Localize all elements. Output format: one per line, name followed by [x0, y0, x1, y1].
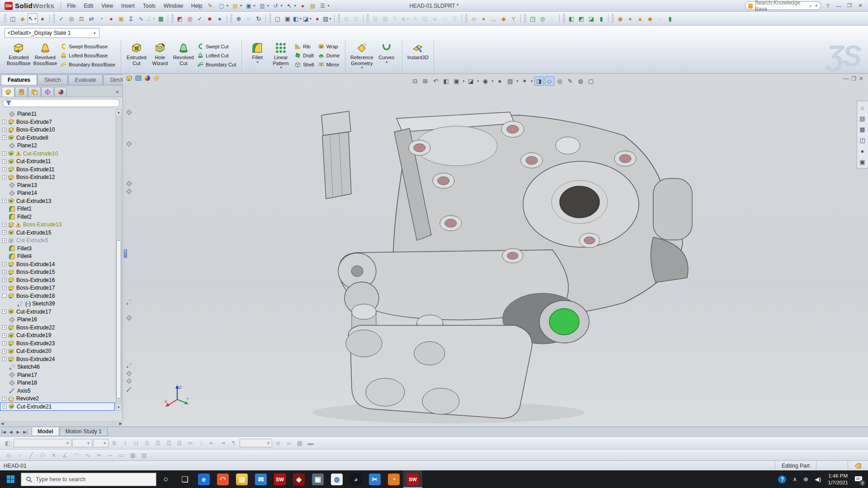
solidworks-resources-icon[interactable]: ⌂ — [857, 102, 868, 113]
zoom-in-out-icon[interactable]: ⊕ — [234, 13, 244, 24]
mold-core-icon[interactable]: ◧ — [566, 13, 576, 24]
surface-revolve-icon[interactable]: ◎ — [538, 13, 547, 24]
chevron-down-icon[interactable]: ▼ — [327, 4, 330, 7]
tree-item-fillet4[interactable]: Fillet4 — [0, 252, 115, 260]
network-globe-icon[interactable]: ⊕ — [800, 470, 811, 488]
verify-icon[interactable]: ✓ — [195, 13, 205, 24]
firefox-icon[interactable]: ◔ — [384, 470, 403, 488]
feature-manager-tab[interactable] — [2, 87, 14, 97]
move-copy-icon[interactable]: ⇄ — [86, 13, 96, 24]
expand-icon[interactable]: + — [2, 151, 6, 155]
display-flyout-icon[interactable] — [135, 75, 142, 82]
instant3d-button[interactable]: Instant3D — [406, 41, 430, 61]
expand-icon[interactable]: + — [2, 325, 6, 329]
tree-item-cutextrude5[interactable]: +Cut-Extrude5 — [0, 236, 115, 244]
undo-icon[interactable]: ↺▼ — [271, 1, 284, 11]
scroll-down-arrow[interactable]: ▼ — [116, 404, 121, 410]
tree-item-axis5[interactable]: Axis5 — [0, 387, 115, 395]
view-orientation-icon[interactable]: ▣ — [452, 76, 461, 86]
first-tab-button[interactable]: |◀ — [0, 430, 7, 434]
mold-tooling-icon[interactable]: ▮ — [596, 13, 606, 24]
expand-icon[interactable]: + — [2, 160, 6, 164]
planar-view-icon[interactable]: ▢ — [586, 76, 596, 86]
chevron-down-icon[interactable]: ▼ — [253, 4, 256, 7]
chevron-down-icon[interactable]: ▼ — [815, 4, 818, 7]
notifications-button[interactable]: 3 — [852, 470, 868, 488]
chevron-down-icon[interactable]: ▼ — [239, 4, 242, 7]
tree-item-bossextrude13[interactable]: +Boss-Extrude13 — [0, 221, 115, 229]
tab-evaluate[interactable]: Evaluate — [68, 75, 103, 85]
model-tab-model[interactable]: Model — [32, 427, 59, 436]
expand-icon[interactable]: + — [2, 310, 6, 314]
draft-button[interactable]: Draft — [292, 51, 316, 60]
taskbar-clock[interactable]: 1:46 PM 1/7/2021 — [824, 473, 852, 486]
previous-view-icon[interactable]: ↶ — [431, 76, 440, 86]
shaded-edges-icon[interactable]: ◧▼ — [292, 13, 302, 24]
cartoon-icon[interactable]: ✎ — [566, 76, 575, 86]
snip-icon[interactable]: ✂ — [365, 470, 384, 488]
menu-file[interactable]: File — [63, 0, 80, 11]
doc-minimize-button[interactable]: — — [843, 75, 849, 82]
zoom-window-icon[interactable]: ◌ — [244, 13, 254, 24]
wireframe-icon[interactable]: ▢ — [273, 13, 283, 24]
select-cursor-icon[interactable]: ↖▼ — [284, 1, 297, 11]
edge-icon[interactable]: e — [194, 470, 213, 488]
tree-item-plane16[interactable]: Plane16 — [0, 315, 115, 324]
chevron-down-icon[interactable]: ▼ — [491, 80, 494, 83]
chevron-down-icon[interactable]: ▼ — [462, 80, 465, 83]
tree-item-bossextrude15[interactable]: +Boss-Extrude15 — [0, 268, 115, 276]
extruded-boss-base-button[interactable]: Extruded Boss/Base — [5, 41, 32, 67]
shell-button[interactable]: Shell — [292, 60, 316, 69]
equations-icon[interactable]: Σ — [126, 13, 136, 24]
chevron-down-icon[interactable]: ▼ — [280, 4, 283, 7]
custom-properties-tag[interactable] — [848, 461, 868, 470]
solidworks-active-icon[interactable]: SW — [403, 470, 422, 488]
swept-cut-button[interactable]: Swept Cut — [195, 42, 238, 51]
design-checker-icon[interactable]: ▣ — [116, 13, 126, 24]
tree-item-fillet3[interactable]: Fillet3 — [0, 244, 115, 253]
design-library-icon[interactable]: ▤ — [857, 113, 868, 124]
help-tray-icon[interactable]: ? — [775, 470, 789, 488]
tree-item-bossextrude10[interactable]: +Boss-Extrude10 — [0, 126, 115, 134]
tree-item-revolve2[interactable]: +Revolve2 — [0, 394, 115, 403]
expand-icon[interactable]: + — [2, 262, 6, 266]
boundary-cut-button[interactable]: Boundary Cut — [195, 60, 238, 69]
close-button[interactable]: ✕ — [856, 2, 864, 9]
model-tab-motion-study-1[interactable]: Motion Study 1 — [60, 427, 108, 436]
expand-icon[interactable]: + — [2, 397, 6, 401]
restore-button[interactable]: ❐ — [845, 2, 854, 9]
doc-close-button[interactable]: ✕ — [859, 75, 863, 82]
layout-icon[interactable]: ◫ — [8, 13, 18, 24]
chevron-down-icon[interactable]: ▼ — [385, 61, 388, 64]
display-state-dropdown[interactable]: <Default>_Display State 1 ▼ — [5, 28, 99, 38]
tree-item-bossextrude16[interactable]: +Boss-Extrude16 — [0, 276, 115, 284]
next-tab-button[interactable]: ▶ — [14, 430, 22, 434]
revolved-cut-button[interactable]: Revolved Cut — [172, 41, 195, 67]
appearance-flyout-icon[interactable] — [144, 75, 151, 82]
appearance-icon[interactable]: ● — [312, 13, 322, 24]
chevron-down-icon[interactable]: ▼ — [329, 17, 332, 20]
chrome-icon[interactable]: ◍ — [327, 470, 346, 488]
tree-item-cutextrude11[interactable]: +Cut-Extrude11 — [0, 157, 115, 165]
tree-item-cutextrude10[interactable]: +Cut-Extrude10 — [0, 150, 115, 158]
volume-icon[interactable]: ◀) — [811, 470, 824, 488]
dimxpert-manager-tab[interactable] — [41, 87, 54, 97]
collapse-icon[interactable]: - — [2, 294, 6, 298]
start-button[interactable] — [0, 470, 21, 488]
tree-scrollbar[interactable]: ▲ ▼ — [116, 109, 122, 411]
trim-extend-icon[interactable]: ▲ — [635, 13, 645, 24]
print-icon[interactable]: ▥▼ — [257, 1, 270, 11]
open-file-icon[interactable]: ▤▼ — [230, 1, 243, 11]
tree-item-cutextrude21[interactable]: +Cut-Extrude21 — [0, 403, 115, 411]
shaded-icon[interactable]: ◪▼ — [302, 13, 312, 24]
scroll-left-arrow[interactable]: ◀ — [1, 422, 4, 426]
view-palette-icon[interactable]: ◫ — [857, 135, 868, 145]
menu-edit[interactable]: Edit — [80, 0, 98, 11]
tree-item-bossextrude23[interactable]: +Boss-Extrude23 — [0, 339, 115, 347]
chevron-down-icon[interactable]: ▼ — [360, 66, 363, 69]
tree-item-bossextrude12[interactable]: +Boss-Extrude12 — [0, 173, 115, 181]
tree-item-bossextrude11[interactable]: +Boss-Extrude11 — [0, 165, 115, 174]
menu-insert[interactable]: Insert — [117, 0, 139, 11]
appearances-scenes-icon[interactable]: ● — [857, 145, 868, 156]
display-manager-tab[interactable] — [54, 87, 67, 97]
